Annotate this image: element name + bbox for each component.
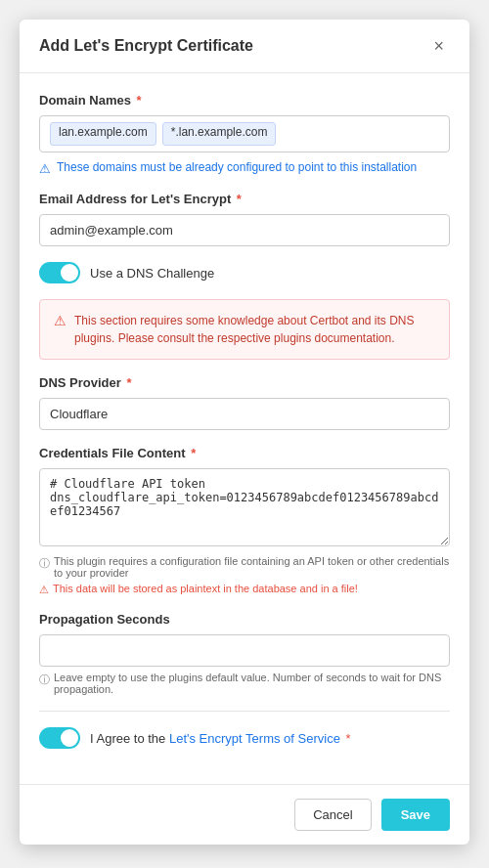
domain-names-label: Domain Names *: [39, 93, 450, 108]
domain-info-message: ⚠ These domains must be already configur…: [39, 160, 450, 176]
email-label: Email Address for Let's Encrypt *: [39, 192, 450, 206]
propagation-label: Propagation Seconds: [39, 612, 450, 627]
toggle-slider: [39, 262, 80, 283]
propagation-hint: ⓘ Leave empty to use the plugins default…: [39, 672, 450, 695]
propagation-hint-icon: ⓘ: [39, 673, 50, 687]
domain-names-input[interactable]: lan.example.com *.lan.example.com: [39, 115, 450, 152]
dns-warning-box: ⚠ This section requires some knowledge a…: [39, 299, 450, 360]
terms-link[interactable]: Let's Encrypt Terms of Service: [169, 731, 340, 746]
add-certificate-modal: Add Let's Encrypt Certificate × Domain N…: [20, 20, 469, 845]
credentials-label: Credentials File Content *: [39, 446, 450, 460]
terms-toggle-slider: [39, 727, 80, 749]
save-button[interactable]: Save: [381, 799, 450, 831]
credentials-hint: ⓘ This plugin requires a configuration f…: [39, 555, 450, 579]
dns-provider-label: DNS Provider *: [39, 375, 450, 390]
dns-challenge-label: Use a DNS Challenge: [90, 266, 214, 281]
credentials-warning: ⚠ This data will be stored as plaintext …: [39, 583, 450, 596]
email-group: Email Address for Let's Encrypt *: [39, 192, 450, 246]
modal-footer: Cancel Save: [20, 784, 469, 845]
divider: [39, 711, 450, 712]
dns-warning-icon: ⚠: [54, 313, 67, 328]
dns-provider-input[interactable]: [39, 398, 450, 430]
dns-warning-text: This section requires some knowledge abo…: [74, 312, 435, 347]
dns-challenge-toggle[interactable]: [39, 262, 80, 283]
credentials-warning-icon: ⚠: [39, 584, 49, 596]
domain-tag-2: *.lan.example.com: [162, 122, 277, 146]
dns-provider-group: DNS Provider *: [39, 375, 450, 430]
dns-challenge-toggle-row: Use a DNS Challenge: [39, 262, 450, 283]
hint-circle-icon: ⓘ: [39, 556, 50, 571]
info-triangle-icon: ⚠: [39, 161, 51, 176]
modal-body: Domain Names * lan.example.com *.lan.exa…: [20, 73, 469, 784]
terms-toggle[interactable]: [39, 727, 80, 749]
credentials-group: Credentials File Content * # Cloudflare …: [39, 446, 450, 596]
modal-title: Add Let's Encrypt Certificate: [39, 37, 253, 55]
propagation-input[interactable]: [39, 634, 450, 667]
credentials-textarea[interactable]: # Cloudflare API token dns_cloudflare_ap…: [39, 468, 450, 546]
propagation-group: Propagation Seconds ⓘ Leave empty to use…: [39, 612, 450, 695]
terms-row: I Agree to the Let's Encrypt Terms of Se…: [39, 727, 450, 749]
terms-text: I Agree to the Let's Encrypt Terms of Se…: [90, 731, 351, 746]
domain-tag-1: lan.example.com: [50, 122, 156, 146]
cancel-button[interactable]: Cancel: [294, 799, 371, 831]
close-button[interactable]: ×: [427, 35, 450, 57]
modal-header: Add Let's Encrypt Certificate ×: [20, 20, 469, 73]
email-input[interactable]: [39, 214, 450, 246]
domain-names-group: Domain Names * lan.example.com *.lan.exa…: [39, 93, 450, 176]
